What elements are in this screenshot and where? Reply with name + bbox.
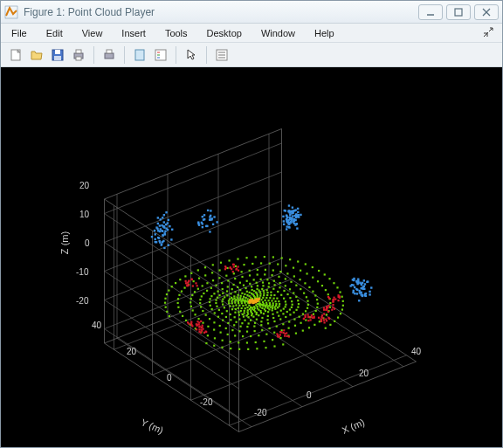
open-file-icon[interactable] [27, 45, 46, 65]
svg-rect-598 [323, 309, 325, 311]
svg-rect-208 [263, 290, 265, 292]
svg-rect-195 [251, 314, 252, 316]
svg-rect-377 [305, 310, 307, 312]
close-button[interactable] [474, 4, 499, 20]
svg-rect-299 [291, 307, 293, 308]
svg-rect-106 [247, 298, 249, 300]
svg-rect-547 [171, 286, 173, 287]
svg-rect-294 [272, 317, 274, 319]
svg-rect-717 [286, 218, 287, 220]
svg-rect-527 [318, 270, 320, 272]
svg-rect-264 [285, 306, 286, 307]
svg-rect-375 [299, 316, 300, 318]
svg-rect-798 [164, 233, 166, 235]
svg-rect-298 [289, 308, 291, 310]
svg-rect-743 [289, 214, 291, 216]
dock-icon[interactable] [483, 27, 495, 39]
y-tick: -20 [200, 397, 212, 407]
menu-desktop[interactable]: Desktop [203, 26, 245, 40]
menu-tools[interactable]: Tools [162, 26, 191, 40]
svg-rect-284 [218, 309, 220, 311]
svg-rect-713 [294, 209, 296, 210]
menu-window[interactable]: Window [258, 26, 299, 40]
svg-rect-479 [321, 285, 323, 286]
svg-rect-682 [288, 204, 290, 206]
svg-rect-525 [328, 278, 330, 279]
svg-rect-250 [224, 307, 225, 308]
svg-rect-233 [279, 303, 280, 305]
svg-rect-537 [237, 258, 238, 259]
svg-rect-220 [231, 308, 233, 310]
point-cloud-axes[interactable]: Z (m) Y (m) X (m) 20 10 0 -10 -20 40 20 … [1, 67, 502, 447]
svg-rect-235 [276, 298, 278, 300]
print-figure-icon[interactable] [69, 45, 88, 65]
svg-rect-749 [292, 206, 293, 208]
svg-rect-357 [199, 302, 201, 304]
svg-rect-331 [273, 320, 275, 322]
copy-figure-icon[interactable] [100, 45, 119, 65]
cursor-icon[interactable] [182, 45, 201, 65]
minimize-button[interactable] [418, 4, 443, 20]
svg-rect-530 [297, 260, 299, 262]
svg-rect-504 [213, 345, 215, 347]
svg-rect-360 [205, 314, 207, 316]
svg-rect-256 [250, 320, 252, 321]
svg-rect-496 [198, 278, 200, 279]
insert-icon[interactable] [212, 45, 231, 65]
menu-help[interactable]: Help [311, 26, 338, 40]
svg-rect-472 [326, 314, 327, 315]
maximize-button[interactable] [446, 4, 471, 20]
data-cursor-icon[interactable] [130, 45, 149, 65]
svg-rect-595 [318, 317, 320, 319]
svg-rect-349 [246, 280, 248, 282]
svg-rect-300 [292, 304, 293, 306]
svg-rect-414 [265, 334, 267, 335]
svg-rect-491 [235, 265, 237, 267]
svg-rect-329 [260, 324, 262, 326]
svg-rect-659 [279, 334, 281, 335]
svg-rect-550 [164, 298, 166, 300]
svg-rect-296 [282, 313, 284, 314]
svg-rect-154 [251, 293, 252, 294]
svg-rect-392 [241, 276, 243, 278]
svg-rect-344 [279, 282, 281, 284]
svg-rect-190 [232, 305, 234, 307]
svg-rect-207 [266, 292, 268, 293]
save-figure-icon[interactable] [48, 45, 67, 65]
menu-view[interactable]: View [79, 26, 107, 40]
menu-edit[interactable]: Edit [43, 26, 66, 40]
svg-rect-815 [355, 288, 357, 290]
new-figure-icon[interactable] [6, 45, 25, 65]
svg-rect-770 [163, 221, 165, 223]
svg-rect-444 [206, 282, 208, 284]
svg-rect-112 [242, 305, 244, 307]
svg-rect-401 [190, 306, 192, 307]
legend-icon[interactable] [151, 45, 170, 65]
svg-rect-124 [264, 300, 265, 301]
svg-rect-506 [230, 348, 231, 349]
svg-rect-664 [286, 335, 288, 337]
menu-file[interactable]: File [8, 26, 31, 40]
svg-rect-485 [285, 265, 286, 266]
svg-rect-769 [162, 217, 163, 218]
svg-rect-747 [298, 214, 300, 216]
svg-rect-288 [235, 321, 237, 323]
svg-rect-515 [334, 320, 335, 322]
svg-rect-843 [362, 288, 364, 290]
svg-rect-790 [155, 238, 156, 240]
svg-rect-230 [274, 308, 276, 310]
svg-rect-411 [242, 335, 244, 337]
svg-rect-794 [155, 241, 156, 243]
svg-rect-379 [307, 304, 309, 306]
svg-rect-312 [227, 286, 229, 287]
menu-insert[interactable]: Insert [118, 26, 149, 40]
svg-rect-707 [286, 225, 287, 227]
svg-rect-577 [199, 326, 201, 327]
svg-rect-355 [201, 295, 203, 297]
menubar: File Edit View Insert Tools Desktop Wind… [1, 24, 502, 43]
svg-rect-271 [268, 286, 270, 287]
svg-rect-309 [256, 282, 258, 284]
svg-rect-730 [288, 222, 290, 224]
svg-rect-138 [244, 310, 245, 312]
svg-rect-793 [162, 240, 164, 242]
